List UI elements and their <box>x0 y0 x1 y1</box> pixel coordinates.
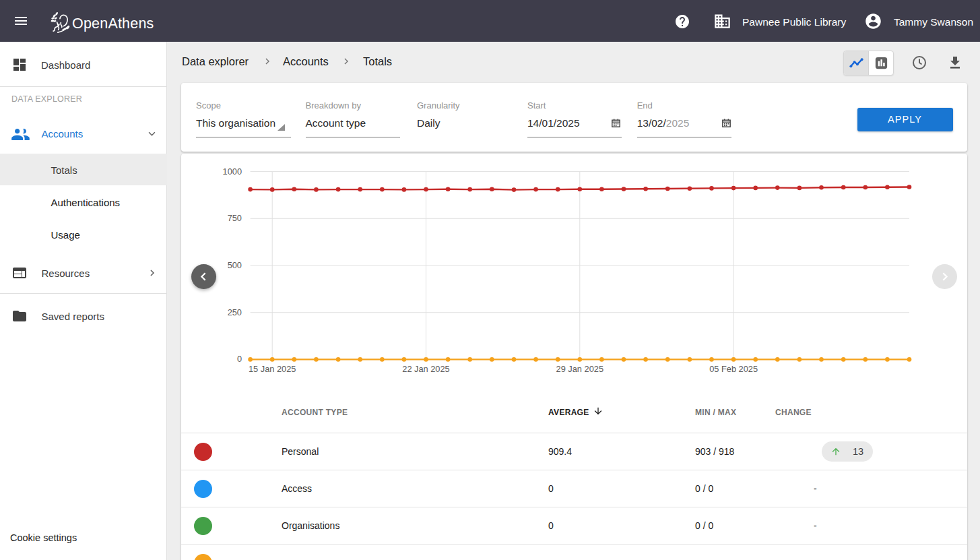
svg-text:250: 250 <box>228 307 242 317</box>
svg-text:0: 0 <box>237 354 242 364</box>
svg-text:15 Jan 2025: 15 Jan 2025 <box>249 364 296 374</box>
svg-text:500: 500 <box>228 260 242 270</box>
svg-text:29 Jan 2025: 29 Jan 2025 <box>556 364 603 374</box>
svg-text:750: 750 <box>228 213 242 223</box>
svg-text:22 Jan 2025: 22 Jan 2025 <box>402 364 449 374</box>
svg-text:05 Feb 2025: 05 Feb 2025 <box>709 364 758 374</box>
svg-text:1000: 1000 <box>223 166 242 177</box>
